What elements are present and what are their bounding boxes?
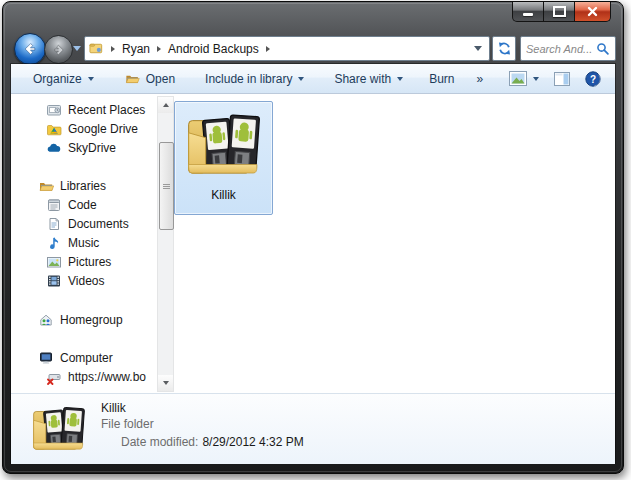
- sidebar-item-libraries[interactable]: Libraries: [38, 176, 106, 195]
- sidebar-item-homegroup[interactable]: Homegroup: [38, 310, 123, 329]
- explorer-window: Ryan Android Backups Search And...: [2, 1, 624, 474]
- recent-places-icon: [46, 102, 62, 118]
- sidebar-item-label: https://www.bo: [68, 370, 146, 384]
- details-pane: Killik File folder Date modified:8/29/20…: [11, 393, 615, 464]
- search-box[interactable]: Search And...: [520, 36, 616, 61]
- skydrive-cloud-icon: [46, 140, 62, 156]
- sidebar-item-pictures[interactable]: Pictures: [46, 252, 111, 271]
- search-placeholder: Search And...: [526, 43, 596, 55]
- sidebar-item-label: Code: [68, 198, 97, 212]
- maximize-icon: [553, 6, 566, 17]
- sidebar-item-label: Documents: [68, 217, 129, 231]
- close-icon: [587, 6, 598, 17]
- change-view-button[interactable]: [509, 71, 539, 86]
- user-folder-icon: [89, 41, 104, 56]
- library-icon: [46, 197, 62, 213]
- breadcrumb-separator-icon: [266, 46, 270, 52]
- folder-view: Recent Places Google Drive SkyDrive: [11, 95, 615, 393]
- folder-tile-label: Killik: [211, 188, 236, 202]
- breadcrumb-separator-icon: [157, 46, 161, 52]
- sidebar-item-label: SkyDrive: [68, 141, 116, 155]
- computer-icon: [38, 350, 54, 366]
- address-bar[interactable]: Ryan Android Backups: [84, 36, 490, 61]
- sidebar-item-label: Homegroup: [60, 313, 123, 327]
- arrow-left-icon: [22, 41, 38, 57]
- folder-with-floppy-disks-icon: [31, 401, 87, 457]
- sidebar-item-label: Recent Places: [68, 103, 145, 117]
- svg-text:?: ?: [590, 73, 596, 84]
- scroll-down-button[interactable]: [158, 375, 173, 391]
- sidebar-item-videos[interactable]: Videos: [46, 271, 104, 290]
- grip-icon: [163, 184, 170, 189]
- scrollbar-thumb[interactable]: [159, 142, 174, 230]
- magnifier-icon[interactable]: [596, 42, 610, 56]
- command-bar: Organize Open Include in library: [11, 64, 615, 94]
- triangle-up-icon: [163, 103, 169, 107]
- breadcrumb-separator-icon: [111, 46, 115, 52]
- sidebar-item-disconnected-drive[interactable]: https://www.bo: [46, 367, 146, 386]
- sidebar-item-music[interactable]: Music: [46, 233, 99, 252]
- help-icon: ?: [585, 71, 601, 87]
- libraries-icon: [38, 178, 54, 194]
- scroll-up-button[interactable]: [158, 97, 173, 113]
- back-button[interactable]: [14, 33, 46, 65]
- maximize-button[interactable]: [544, 2, 575, 22]
- arrow-right-icon: [52, 43, 66, 57]
- organize-menu[interactable]: Organize: [33, 72, 94, 86]
- sidebar-item-label: Computer: [60, 351, 113, 365]
- sidebar-item-label: Pictures: [68, 255, 111, 269]
- window-controls: [512, 2, 611, 22]
- minimize-button[interactable]: [512, 2, 544, 22]
- date-modified-value: 8/29/2012 4:32 PM: [202, 435, 303, 449]
- screenshot-root: Ryan Android Backups Search And...: [0, 0, 631, 480]
- toolbar-overflow-button[interactable]: »: [477, 72, 484, 86]
- homegroup-icon: [38, 312, 54, 328]
- picture-icon: [46, 254, 62, 270]
- music-note-icon: [46, 235, 62, 251]
- burn-button[interactable]: Burn: [429, 72, 454, 86]
- address-dropdown-icon[interactable]: [474, 46, 482, 51]
- document-icon: [46, 216, 62, 232]
- breadcrumb-item-android-backups[interactable]: Android Backups: [168, 42, 259, 56]
- sidebar-item-computer[interactable]: Computer: [38, 348, 113, 367]
- chevron-down-icon: [533, 77, 539, 81]
- film-icon: [46, 273, 62, 289]
- sidebar-scrollbar[interactable]: [157, 96, 174, 392]
- triangle-down-icon: [163, 381, 169, 385]
- help-button[interactable]: ?: [585, 71, 601, 87]
- details-date-modified: Date modified:8/29/2012 4:32 PM: [121, 435, 304, 449]
- close-button[interactable]: [575, 2, 611, 22]
- refresh-icon: [497, 41, 512, 56]
- sidebar-item-skydrive[interactable]: SkyDrive: [46, 138, 116, 157]
- navigation-pane: Recent Places Google Drive SkyDrive: [11, 95, 177, 393]
- sidebar-item-documents[interactable]: Documents: [46, 214, 129, 233]
- open-folder-icon: [124, 71, 140, 86]
- folder-tile-killik[interactable]: Killik: [174, 101, 273, 215]
- preview-pane-button[interactable]: [554, 72, 570, 86]
- recent-pages-dropdown[interactable]: [73, 46, 81, 51]
- minimize-icon: [523, 13, 533, 16]
- chevron-down-icon: [397, 77, 403, 81]
- refresh-button[interactable]: [492, 36, 516, 61]
- google-drive-icon: [46, 121, 62, 137]
- sidebar-item-recent-places[interactable]: Recent Places: [46, 100, 145, 119]
- chevron-down-icon: [88, 77, 94, 81]
- open-button[interactable]: Open: [124, 71, 175, 86]
- preview-pane-icon: [554, 72, 570, 86]
- date-modified-label: Date modified:: [121, 435, 198, 449]
- forward-button[interactable]: [44, 35, 73, 64]
- folder-with-floppy-disks-icon: [185, 106, 263, 184]
- sidebar-item-label: Music: [68, 236, 99, 250]
- sidebar-item-code[interactable]: Code: [46, 195, 97, 214]
- share-with-menu[interactable]: Share with: [334, 72, 403, 86]
- details-folder-type: File folder: [101, 417, 154, 431]
- chevron-down-icon: [298, 77, 304, 81]
- views-icon: [509, 71, 527, 86]
- sidebar-item-google-drive[interactable]: Google Drive: [46, 119, 138, 138]
- sidebar-item-label: Videos: [68, 274, 104, 288]
- details-folder-name: Killik: [101, 401, 126, 415]
- client-area: Organize Open Include in library: [11, 64, 615, 463]
- breadcrumb-item-ryan[interactable]: Ryan: [122, 42, 150, 56]
- include-in-library-menu[interactable]: Include in library: [205, 72, 304, 86]
- sidebar-item-label: Libraries: [60, 179, 106, 193]
